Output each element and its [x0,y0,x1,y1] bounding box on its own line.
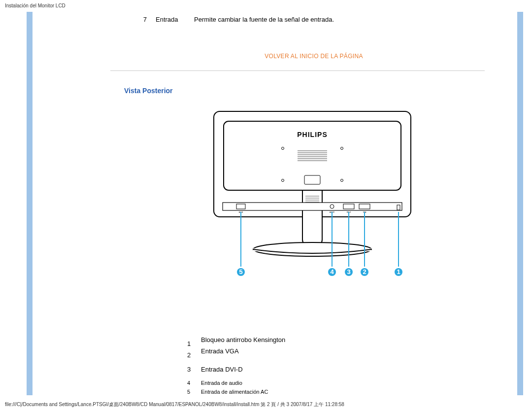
footer-file-path: file:///C|/Documents and Settings/Lance.… [5,401,344,408]
legend-num-2: 2 [187,351,196,359]
callout-2: 2 [363,268,366,275]
port-legend: 1 Bloqueo antirrobo Kensington 2 Entrada… [187,343,502,395]
legend-num-5: 5 [187,389,196,395]
callout-5: 5 [239,268,242,275]
callout-numbers: 5 4 3 2 1 [237,268,402,276]
legend-row-2: 2 Entrada VGA [187,354,502,359]
row-7-label: Entrada [156,16,185,23]
callout-1: 1 [397,268,400,275]
legend-num-3: 3 [187,366,196,373]
row-7-number: 7 [125,16,147,23]
monitor-rear-diagram: PHILIPS [179,106,445,294]
port-strip [223,203,402,210]
callout-3: 3 [347,268,350,275]
legend-row-4: 4 Entrada de audio [187,380,502,386]
legend-text-2: Entrada VGA [196,347,239,355]
row-7-entrada: 7 Entrada Permite cambiar la fuente de l… [125,16,502,23]
legend-text-1: Bloqueo antirrobo Kensington [196,336,285,343]
brand-label: PHILIPS [297,131,327,138]
legend-num-1: 1 [187,340,196,347]
legend-text-3: Entrada DVI-D [196,366,243,373]
main-content: 7 Entrada Permite cambiar la fuente de l… [33,12,517,395]
right-side-stripe [517,12,523,395]
legend-text-5: Entrada de alimentación AC [196,389,268,395]
callout-4: 4 [330,268,334,275]
vista-posterior-heading: Vista Posterior [124,87,502,95]
left-side-stripe [27,12,33,395]
legend-row-3: 3 Entrada DVI-D [187,366,502,373]
back-to-top-link[interactable]: VOLVER AL INICIO DE LA PÁGINA [125,53,502,60]
legend-row-5: 5 Entrada de alimentación AC [187,389,502,395]
stand-neck [302,190,322,244]
page-header-title: Instalación del Monitor LCD [5,3,66,8]
legend-row-1: 1 Bloqueo antirrobo Kensington [187,343,502,347]
legend-text-4: Entrada de audio [196,380,242,386]
row-7-description: Permite cambiar la fuente de la señal de… [194,16,502,23]
legend-num-4: 4 [187,380,196,386]
section-divider [110,70,485,71]
